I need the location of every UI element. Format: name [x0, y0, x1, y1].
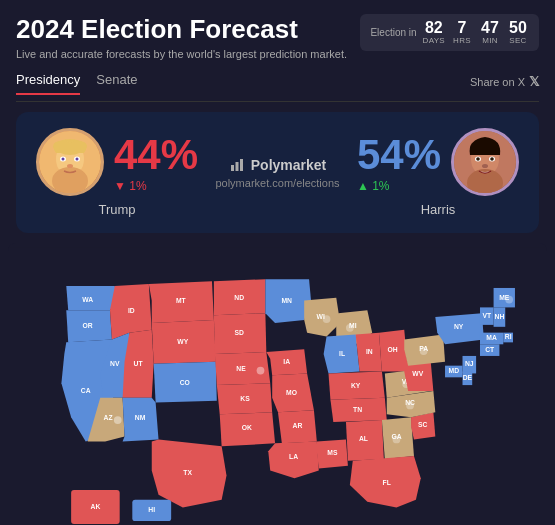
svg-point-8 — [67, 164, 73, 168]
svg-rect-11 — [240, 159, 243, 171]
header: 2024 Election Forecast Live and accurate… — [0, 0, 555, 68]
tab-senate[interactable]: Senate — [96, 68, 137, 95]
state-HI — [132, 500, 171, 521]
polymarket-url: polymarket.com/elections — [198, 177, 357, 189]
days-unit: 82 DAYS — [423, 20, 445, 45]
svg-point-6 — [62, 158, 65, 161]
trump-percentage: 44% — [114, 131, 198, 179]
share-button[interactable]: Share on X 𝕏 — [470, 74, 539, 89]
state-TN — [330, 398, 386, 422]
state-SD — [214, 313, 266, 354]
svg-point-28 — [420, 347, 428, 355]
state-MD — [445, 366, 462, 378]
svg-rect-9 — [231, 165, 234, 171]
tab-presidency[interactable]: Presidency — [16, 68, 80, 95]
sec-value: 50 — [509, 20, 527, 36]
harris-percentage: 54% — [357, 131, 441, 179]
state-CT — [480, 344, 499, 356]
state-NH — [494, 308, 506, 327]
state-MN — [265, 279, 311, 323]
state-KS — [217, 383, 272, 414]
state-OH — [379, 330, 408, 372]
candidate-card: 44% ▼ 1% Trump Polymarket polymarket.com… — [16, 112, 539, 233]
min-label: MIN — [482, 36, 498, 45]
svg-point-29 — [505, 296, 513, 304]
min-value: 47 — [481, 20, 499, 36]
polymarket-icon — [229, 157, 245, 173]
x-icon: 𝕏 — [529, 74, 539, 89]
page-subtitle: Live and accurate forecasts by the world… — [16, 48, 347, 60]
state-RI — [503, 333, 513, 343]
svg-point-19 — [482, 164, 488, 168]
days-label: DAYS — [423, 36, 445, 45]
svg-point-18 — [490, 157, 494, 161]
state-MT — [149, 281, 214, 323]
app-container: 2024 Election Forecast Live and accurate… — [0, 0, 555, 525]
state-IN — [356, 333, 382, 372]
state-WA — [66, 286, 117, 310]
state-WY — [152, 320, 216, 364]
state-AK — [71, 490, 120, 524]
svg-point-7 — [76, 158, 79, 161]
trump-change: ▼ 1% — [114, 179, 198, 193]
days-value: 82 — [425, 20, 443, 36]
polymarket-logo: Polymarket polymarket.com/elections — [198, 157, 357, 189]
state-NJ — [463, 356, 477, 373]
tabs: Presidency Senate — [16, 68, 138, 95]
svg-point-21 — [114, 416, 122, 424]
svg-rect-10 — [235, 162, 238, 171]
state-NM — [123, 398, 159, 442]
state-MS — [317, 440, 348, 469]
polymarket-icon-row: Polymarket — [198, 157, 357, 173]
election-in-label: Election in — [370, 27, 416, 38]
svg-point-22 — [257, 367, 265, 375]
svg-point-17 — [476, 157, 480, 161]
state-CO — [154, 362, 217, 403]
state-NY — [435, 313, 484, 344]
electoral-map: WA OR CA ID NV AZ MT WY U — [8, 243, 547, 525]
harris-change: ▲ 1% — [357, 179, 441, 193]
sec-label: SEC — [509, 36, 526, 45]
harris-column: 54% ▲ 1% — [357, 128, 519, 217]
election-countdown: Election in 82 DAYS 7 HRS 47 MIN 50 SEC — [360, 14, 539, 51]
harris-stats: 54% ▲ 1% — [357, 131, 441, 193]
harris-name: Harris — [421, 202, 456, 217]
polymarket-name: Polymarket — [251, 157, 326, 173]
us-map-svg: WA OR CA ID NV AZ MT WY U — [8, 243, 547, 525]
header-left: 2024 Election Forecast Live and accurate… — [16, 14, 347, 60]
header-right: Election in 82 DAYS 7 HRS 47 MIN 50 SEC — [360, 14, 539, 51]
trump-column: 44% ▼ 1% Trump — [36, 128, 198, 217]
hrs-unit: 7 HRS — [451, 20, 473, 45]
state-MA — [480, 333, 503, 345]
trump-stats: 44% ▼ 1% — [114, 131, 198, 193]
state-ND — [214, 279, 265, 315]
harris-avatar — [451, 128, 519, 196]
sec-unit: 50 SEC — [507, 20, 529, 45]
trump-name: Trump — [98, 202, 135, 217]
state-OK — [220, 412, 275, 446]
state-MO — [272, 374, 314, 413]
state-VT — [480, 308, 494, 325]
state-IA — [266, 349, 307, 375]
svg-point-23 — [323, 315, 331, 323]
svg-point-26 — [406, 402, 414, 410]
state-IL — [324, 335, 360, 374]
min-unit: 47 MIN — [479, 20, 501, 45]
hrs-label: HRS — [453, 36, 471, 45]
trump-avatar — [36, 128, 104, 196]
state-DE — [463, 372, 473, 386]
page-title: 2024 Election Forecast — [16, 14, 347, 45]
state-KY — [328, 372, 384, 400]
hrs-value: 7 — [458, 20, 467, 36]
state-AL — [346, 420, 384, 461]
svg-point-25 — [393, 436, 401, 444]
state-AR — [278, 411, 317, 444]
share-label: Share on X — [470, 76, 525, 88]
svg-point-24 — [346, 324, 354, 332]
state-OR — [66, 310, 112, 342]
